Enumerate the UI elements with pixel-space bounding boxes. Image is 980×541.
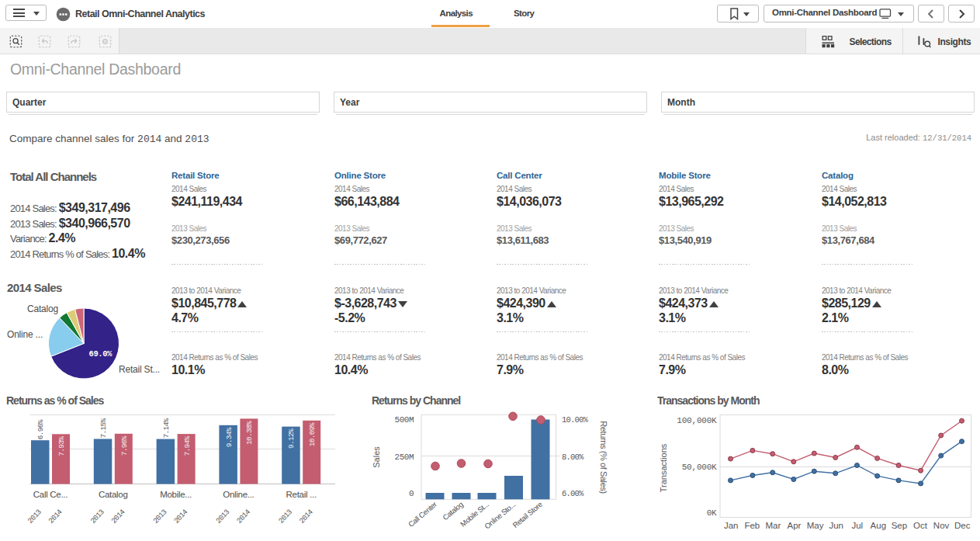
svg-text:Jun: Jun (829, 521, 843, 530)
svg-text:Feb: Feb (744, 521, 760, 530)
svg-text:Catalog: Catalog (441, 500, 465, 522)
svg-text:Online...: Online... (223, 490, 254, 499)
svg-text:500M: 500M (395, 415, 414, 425)
svg-text:7.14%: 7.14% (162, 418, 171, 439)
svg-text:8.00%: 8.00% (562, 453, 584, 462)
svg-text:Mar: Mar (765, 521, 781, 530)
svg-text:Aug: Aug (871, 521, 886, 530)
svg-text:0: 0 (409, 489, 414, 498)
svg-text:Apr: Apr (788, 521, 802, 530)
svg-text:Jan: Jan (724, 521, 739, 530)
svg-text:Call Ce...: Call Ce... (33, 490, 68, 499)
svg-text:2014: 2014 (172, 508, 189, 525)
svg-text:9.12%: 9.12% (287, 428, 296, 449)
svg-text:7.15%: 7.15% (99, 418, 108, 438)
svg-text:Retail Store: Retail Store (511, 500, 543, 529)
svg-text:2013: 2013 (151, 508, 168, 525)
svg-text:10.00%: 10.00% (562, 415, 589, 425)
svg-text:Sales: Sales (372, 446, 381, 468)
svg-text:6.00%: 6.00% (562, 489, 584, 498)
svg-text:7.93%: 7.93% (57, 436, 66, 456)
svg-text:2014: 2014 (298, 508, 315, 525)
svg-text:Catalog: Catalog (99, 490, 128, 499)
svg-text:50,000K: 50,000K (682, 463, 717, 472)
svg-text:2013: 2013 (214, 508, 231, 525)
svg-text:2014: 2014 (235, 508, 252, 525)
svg-text:Call Center: Call Center (407, 500, 438, 529)
svg-text:Sep: Sep (892, 521, 907, 530)
svg-text:Returns (% of Sales): Returns (% of Sales) (599, 421, 608, 493)
svg-text:100,000K: 100,000K (677, 416, 717, 425)
svg-text:7.94%: 7.94% (183, 436, 192, 456)
svg-text:2013: 2013 (26, 508, 43, 525)
svg-text:250M: 250M (395, 453, 414, 462)
svg-text:10.38%: 10.38% (245, 421, 254, 445)
svg-text:6.96%: 6.96% (36, 419, 45, 439)
svg-text:9.34%: 9.34% (225, 427, 234, 447)
svg-text:2013: 2013 (89, 508, 106, 525)
svg-text:Nov: Nov (933, 521, 950, 530)
svg-text:7.96%: 7.96% (120, 435, 129, 456)
svg-text:Mobile...: Mobile... (160, 490, 192, 499)
svg-text:Dec: Dec (954, 521, 971, 530)
svg-text:Retail ...: Retail ... (286, 490, 317, 499)
svg-text:Transactions: Transactions (659, 443, 668, 492)
svg-text:2013: 2013 (277, 508, 294, 525)
svg-text:0K: 0K (707, 508, 717, 518)
svg-text:May: May (807, 521, 824, 530)
svg-text:2014: 2014 (47, 508, 64, 525)
svg-text:Oct: Oct (913, 521, 928, 530)
svg-text:Jul: Jul (851, 521, 863, 530)
svg-text:2014: 2014 (109, 508, 126, 525)
svg-text:10.09%: 10.09% (308, 422, 317, 446)
